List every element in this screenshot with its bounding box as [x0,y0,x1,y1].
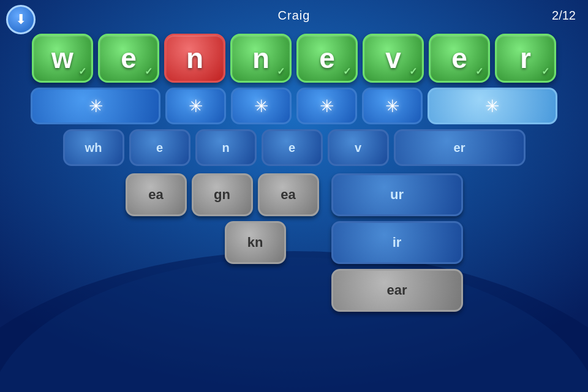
check-r: ✓ [541,66,549,77]
starburst-light: ✳ [485,96,499,116]
choice-ea-1[interactable]: ea [126,173,187,216]
tile-r[interactable]: r ✓ [495,34,556,83]
choice-ur[interactable]: ur [331,173,463,216]
star-tile-light[interactable]: ✳ [428,88,557,124]
tile-w[interactable]: w ✓ [32,34,93,83]
choice-row-2: kn [159,221,286,264]
check-v: ✓ [409,66,417,77]
choice-section: ea gn ea kn ur ir ear [31,173,557,312]
tile-v[interactable]: v ✓ [363,34,424,83]
tile-e3[interactable]: e ✓ [429,34,490,83]
answer-n[interactable]: n [195,129,257,166]
tile-e1[interactable]: e ✓ [98,34,159,83]
choice-ea-2[interactable]: ea [258,173,319,216]
header: Craig 2/12 [0,0,588,31]
letter-tiles-row: w ✓ e ✓ n n ✓ e ✓ v ✓ e ✓ r ✓ [31,34,557,83]
star-tiles-row: ✳ ✳ ✳ ✳ ✳ ✳ [31,88,557,124]
starburst-5: ✳ [385,96,399,116]
main-content: w ✓ e ✓ n n ✓ e ✓ v ✓ e ✓ r ✓ [31,34,557,312]
tile-e2[interactable]: e ✓ [296,34,358,83]
down-button[interactable]: ⬇ [6,5,36,34]
starburst-4: ✳ [320,96,334,116]
player-name: Craig [278,9,311,23]
answer-er[interactable]: er [394,129,526,166]
star-tile-4[interactable]: ✳ [296,88,357,124]
answer-tiles-row: wh e n e v er [31,129,557,166]
tile-n-green[interactable]: n ✓ [230,34,292,83]
answer-v[interactable]: v [328,129,389,166]
answer-e[interactable]: e [129,129,190,166]
choice-gn[interactable]: gn [192,173,253,216]
choice-left: ea gn ea kn [126,173,319,312]
choice-ear[interactable]: ear [331,269,463,312]
answer-wh[interactable]: wh [63,129,124,166]
starburst-2: ✳ [189,96,203,116]
choice-ir[interactable]: ir [331,221,463,264]
answer-e2[interactable]: e [262,129,323,166]
star-tile-5[interactable]: ✳ [362,88,423,124]
starburst-3: ✳ [254,96,268,116]
star-tile-wide-1[interactable]: ✳ [31,88,160,124]
down-arrow-icon: ⬇ [15,13,26,26]
check-w: ✓ [78,66,86,77]
star-tile-3[interactable]: ✳ [231,88,292,124]
tile-n-red[interactable]: n [164,34,225,83]
choice-right: ur ir ear [331,173,463,312]
check-e1: ✓ [145,66,153,77]
choice-row-1: ea gn ea [126,173,319,216]
check-e2: ✓ [343,66,351,77]
score-display: 2/12 [552,9,576,23]
star-tile-2[interactable]: ✳ [165,88,226,124]
choice-kn[interactable]: kn [225,221,286,264]
check-e3: ✓ [475,66,483,77]
starburst-1: ✳ [89,96,103,116]
check-n: ✓ [277,66,285,77]
